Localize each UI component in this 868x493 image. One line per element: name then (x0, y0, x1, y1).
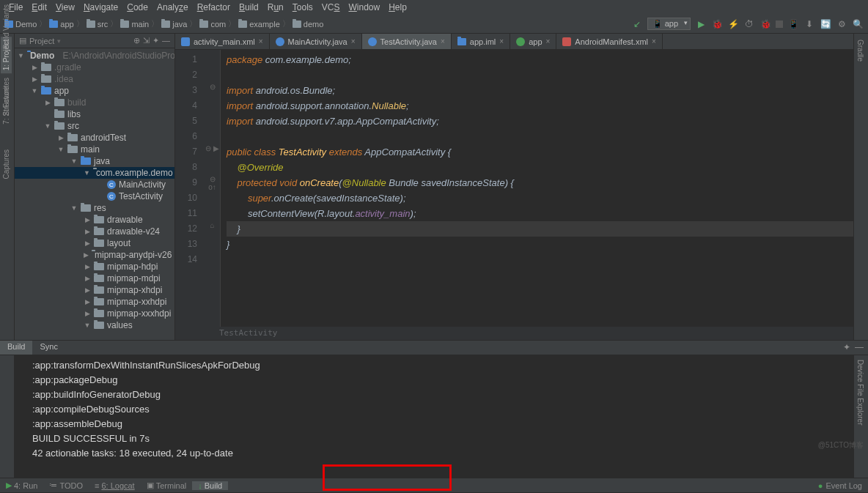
tree-node-xhdpi[interactable]: mipmap-xhdpi (107, 285, 162, 295)
tree-node-build[interactable]: build (67, 97, 86, 108)
tree-node-anydpi[interactable]: mipmap-anydpi-v26 (95, 250, 172, 260)
tab-gradle[interactable]: Gradle (855, 37, 866, 64)
tree-node-testactivity[interactable]: TestActivity (119, 191, 163, 201)
menu-view[interactable]: View (53, 2, 78, 12)
code-lines[interactable]: package com.example.demo; import android… (221, 50, 853, 327)
apply-changes-icon[interactable]: ⚡ (727, 18, 739, 30)
tree-node-res[interactable]: res (94, 203, 106, 213)
bc-example[interactable]: example (249, 20, 280, 29)
tree-node-gradle[interactable]: .gradle (54, 62, 81, 73)
folder-icon (94, 298, 104, 305)
breadcrumb[interactable]: Demo 〉 app 〉 src 〉 main 〉 java 〉 com 〉 e… (4, 18, 323, 29)
bc-app[interactable]: app (60, 20, 73, 29)
tree-node-package[interactable]: com.example.demo (96, 168, 173, 178)
code-area[interactable]: 1234567891011121314 ⊖⊖ ▶⊖ o↑⌂ package co… (175, 50, 853, 327)
btab-terminal[interactable]: ▣Terminal (141, 481, 193, 490)
tree-node-drawable[interactable]: drawable (107, 215, 143, 225)
close-icon[interactable]: × (441, 37, 445, 45)
project-structure-icon[interactable]: ⚙ (836, 18, 847, 30)
close-icon[interactable]: × (546, 37, 551, 45)
stop-icon[interactable] (776, 21, 783, 28)
menu-code[interactable]: Code (124, 2, 151, 12)
tree-node-mainactivity[interactable]: MainActivity (119, 179, 166, 190)
close-icon[interactable]: × (652, 37, 656, 45)
gear-icon[interactable]: ✦ (152, 36, 159, 45)
gutter-marks[interactable]: ⊖⊖ ▶⊖ o↑⌂ (205, 50, 221, 327)
tree-node-layout[interactable]: layout (107, 238, 130, 248)
bc-demo[interactable]: Demo (15, 20, 37, 29)
tree-node-drawablev24[interactable]: drawable-v24 (107, 226, 160, 237)
tab-build-variants[interactable]: Build Variants (1, 1, 12, 52)
tree-node-xxhdpi[interactable]: mipmap-xxhdpi (107, 297, 166, 307)
menu-refactor[interactable]: Refactor (194, 2, 233, 12)
bc-java[interactable]: java (172, 20, 187, 29)
tree-node-xxxhdpi[interactable]: mipmap-xxxhdpi (107, 308, 171, 319)
attach-debugger-icon[interactable]: 🐞 (760, 18, 771, 30)
tree-node-values[interactable]: values (107, 320, 133, 330)
menu-run[interactable]: Run (265, 2, 287, 12)
bc-demo2[interactable]: demo (304, 20, 324, 29)
sdk-manager-icon[interactable]: ⬇ (803, 18, 815, 30)
bc-src[interactable]: src (98, 20, 108, 29)
tab-mainactivity-java[interactable]: MainActivity.java× (270, 34, 362, 49)
btab-eventlog[interactable]: Event Log (825, 481, 862, 490)
tree-node-hdpi[interactable]: mipmap-hdpi (107, 262, 158, 272)
tree-node-mdpi[interactable]: mipmap-mdpi (107, 273, 161, 283)
xml-icon (181, 37, 190, 46)
close-icon[interactable]: × (351, 37, 356, 45)
build-output[interactable]: :app:transformDexWithInstantRunSlicesApk… (15, 355, 853, 478)
tree-node-demo[interactable]: Demo (30, 51, 54, 61)
tab-activity-main-xml[interactable]: activity_main.xml× (175, 34, 270, 49)
menu-build[interactable]: Build (236, 2, 262, 12)
project-tree[interactable]: ▼Demo E:\Android\AndroidStudioPro ▶.grad… (15, 48, 174, 340)
run-icon[interactable]: ▶ (695, 18, 707, 30)
tree-node-src[interactable]: src (67, 121, 79, 131)
close-icon[interactable]: × (259, 37, 263, 45)
menu-analyze[interactable]: Analyze (154, 2, 191, 12)
folder-icon (67, 134, 78, 141)
tree-node-main[interactable]: main (81, 144, 100, 155)
menu-help[interactable]: Help (386, 2, 410, 12)
search-icon[interactable]: 🔍 (852, 18, 864, 30)
tree-node-app[interactable]: app (54, 86, 69, 96)
build-tab-build[interactable]: Build (0, 341, 32, 355)
tree-node-java[interactable]: java (94, 156, 110, 166)
menu-vcs[interactable]: VCS (319, 2, 343, 12)
tab-captures[interactable]: Captures (1, 147, 12, 182)
build-tab-sync[interactable]: Sync (32, 341, 65, 355)
tab-device-file-explorer[interactable]: Device File Explorer (855, 357, 866, 428)
hide-icon[interactable]: — (855, 342, 864, 353)
avd-manager-icon[interactable]: 📱 (787, 18, 799, 30)
debug-icon[interactable]: 🐞 (711, 18, 723, 30)
menu-window[interactable]: Window (345, 2, 383, 12)
btab-logcat[interactable]: ≡6: Logcat (89, 481, 141, 490)
btab-todo[interactable]: ≔TODO (43, 481, 89, 490)
tab-manifest-xml[interactable]: AndroidManifest.xml× (556, 34, 663, 49)
profile-icon[interactable]: ⏱ (743, 18, 755, 30)
folder-icon (199, 21, 208, 28)
close-icon[interactable]: × (499, 37, 504, 45)
menu-tools[interactable]: Tools (290, 2, 316, 12)
scroll-from-source-icon[interactable]: ⊕ (133, 36, 140, 45)
menu-navigate[interactable]: Navigate (81, 2, 121, 12)
tree-node-idea[interactable]: .idea (54, 74, 73, 84)
tab-testactivity-java[interactable]: TestActivity.java× (362, 34, 452, 49)
bc-main[interactable]: main (131, 20, 149, 29)
btab-run[interactable]: ▶4: Run (0, 481, 43, 490)
tree-node-androidtest[interactable]: androidTest (81, 133, 126, 143)
editor-breadcrumb[interactable]: TestActivity (175, 327, 853, 340)
tab-app-iml[interactable]: app.iml× (452, 34, 510, 49)
gear-icon[interactable]: ✦ (843, 342, 850, 353)
bc-com[interactable]: com (210, 20, 226, 29)
tab-favorites[interactable]: 2: Favorites (1, 75, 12, 119)
hide-icon[interactable]: — (162, 36, 170, 45)
panel-view-icon[interactable]: ▤ (19, 36, 26, 45)
run-config-combo[interactable]: 📱 app (647, 18, 691, 30)
tab-app-module[interactable]: app× (510, 34, 556, 49)
sync-gradle-icon[interactable]: 🔄 (820, 18, 831, 30)
make-project-icon[interactable]: ↙ (631, 18, 643, 30)
btab-build[interactable]: ↓Build (192, 481, 228, 490)
tree-node-libs[interactable]: libs (67, 109, 81, 119)
menu-edit[interactable]: Edit (29, 2, 50, 12)
collapse-all-icon[interactable]: ⇲ (143, 36, 150, 45)
